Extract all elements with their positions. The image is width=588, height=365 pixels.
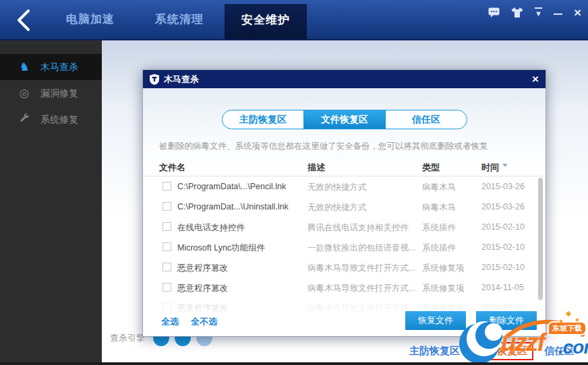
- cell-type: 系统插件: [422, 242, 456, 254]
- cell-date: 2015-02-10: [481, 242, 525, 252]
- select-none-link[interactable]: 全不选: [191, 316, 217, 328]
- column-description: 描述: [307, 162, 325, 174]
- cell-description: 腾讯在线电话支持相关控件: [307, 222, 409, 234]
- minimize-icon[interactable]: [554, 13, 562, 15]
- window-close-icon[interactable]: ×: [574, 6, 581, 19]
- cell-filename: C:\ProgramData\...\Pencil.lnk: [177, 182, 286, 191]
- caption-main-defense: 主防恢复区: [409, 345, 460, 358]
- column-filename: 文件名: [159, 162, 185, 174]
- dialog-footer: 全选 全不选 恢复文件 删除文件: [143, 308, 546, 336]
- column-time-sort[interactable]: 时间: [481, 162, 508, 174]
- cell-filename: C:\ProgramDat...\Uninstall.lnk: [177, 202, 289, 211]
- cell-filename: 恶意程序篡改: [177, 283, 228, 294]
- table-header: 文件名 描述 类型 时间: [143, 158, 546, 176]
- cell-filename: Microsoft Lync功能组件: [177, 242, 265, 254]
- cell-description: 无效的快捷方式: [307, 182, 367, 193]
- caption-trust-zone: 信任区: [544, 345, 575, 358]
- restore-files-button[interactable]: 恢复文件: [405, 311, 466, 330]
- window-controls: ▼ ×: [488, 0, 581, 24]
- recovery-tab-group: 主防恢复区 文件恢复区 信任区: [222, 110, 467, 129]
- sidebar-item-label: 漏洞修复: [40, 88, 78, 100]
- row-checkbox[interactable]: [163, 242, 171, 251]
- cell-date: 2014-11-05: [481, 283, 524, 292]
- table-row[interactable]: C:\ProgramDat...\Uninstall.lnk 无效的快捷方式 病…: [143, 197, 546, 217]
- menu-triangle: ▼: [535, 10, 542, 17]
- row-checkbox[interactable]: [163, 202, 171, 211]
- delete-files-button[interactable]: 删除文件: [476, 311, 537, 330]
- caption-annotation: 主防恢复区 文件恢复区 信任区: [409, 342, 575, 360]
- selection-links: 全选 全不选: [161, 316, 217, 328]
- scan-engine-label: 查杀引擎: [110, 332, 145, 344]
- back-icon[interactable]: [15, 9, 32, 32]
- tab-trust-zone[interactable]: 信任区: [385, 110, 467, 129]
- sidebar: ♞ 木马查杀 ◎ 漏洞修复 系统修复: [0, 40, 102, 362]
- row-checkbox[interactable]: [163, 263, 171, 271]
- tab-security-maintenance[interactable]: 安全维护: [225, 4, 307, 39]
- dialog-title: 木马查杀: [164, 73, 199, 86]
- cell-description: 病毒木马导致文件打开方式...: [307, 263, 415, 274]
- row-checkbox[interactable]: [163, 222, 171, 231]
- cell-date: 2015-03-26: [481, 182, 525, 191]
- cell-type: 系统插件: [422, 222, 456, 234]
- caption-file-recovery-highlighted: 文件恢复区: [471, 342, 533, 360]
- table-row[interactable]: 恶意程序篡改 病毒木马导致文件打开方式... 系统修复项 2015-02-10: [143, 257, 546, 277]
- dialog-header: 木马查杀 ×: [143, 70, 546, 88]
- knight-icon: ♞: [18, 60, 31, 74]
- sidebar-item-trojan-scan[interactable]: ♞ 木马查杀: [0, 54, 102, 80]
- tab-system-cleanup[interactable]: 系统清理: [148, 0, 210, 39]
- select-all-link[interactable]: 全选: [161, 316, 179, 328]
- window-bottom-border: [0, 362, 588, 365]
- table-row[interactable]: 恶意程序篡改 病毒木马导致文件打开方式... 系统修复项 2014-11-05: [143, 277, 546, 298]
- skin-theme-icon[interactable]: [511, 7, 523, 18]
- table-scrollbar[interactable]: [538, 178, 543, 300]
- recovery-table: C:\ProgramData\...\Pencil.lnk 无效的快捷方式 病毒…: [143, 176, 546, 318]
- feedback-icon[interactable]: [488, 7, 500, 18]
- dialog-body: 主防恢复区 文件恢复区 信任区 被删除的病毒文件、系统项等信息都在这里做了安全备…: [143, 88, 546, 336]
- row-checkbox[interactable]: [163, 283, 171, 292]
- sidebar-item-system-repair[interactable]: 系统修复: [0, 106, 102, 133]
- shield-icon: [150, 74, 159, 85]
- recovery-description: 被删除的病毒文件、系统项等信息都在这里做了安全备份，您可以将其彻底删除或者恢复: [159, 141, 488, 152]
- main-menu-icon[interactable]: ▼: [535, 7, 542, 17]
- tab-main-defense-recovery[interactable]: 主防恢复区: [223, 110, 303, 129]
- tab-file-recovery[interactable]: 文件恢复区: [303, 110, 385, 129]
- sidebar-item-label: 系统修复: [40, 114, 78, 126]
- cell-description: 无效的快捷方式: [307, 202, 367, 213]
- table-row[interactable]: Microsoft Lync功能组件 一款微软推出的包括语音视... 系统插件 …: [143, 237, 546, 257]
- trojan-scan-dialog: 木马查杀 × 主防恢复区 文件恢复区 信任区 被删除的病毒文件、系统项等信息都在…: [142, 69, 546, 337]
- cell-type: 系统修复项: [422, 263, 465, 274]
- cell-type: 系统修复项: [422, 283, 465, 294]
- wrench-icon: [18, 112, 31, 127]
- sort-desc-icon: [502, 164, 508, 170]
- cell-type: 病毒木马: [422, 202, 456, 213]
- target-icon: ◎: [18, 86, 31, 100]
- cell-filename: 在线电话支持控件: [177, 222, 245, 234]
- cell-type: 病毒木马: [422, 182, 456, 193]
- app-window: 电脑加速 系统清理 安全维护 ▼ × ♞ 木马查杀 ◎: [0, 0, 588, 365]
- cell-date: 2015-02-10: [481, 263, 525, 272]
- table-row[interactable]: C:\ProgramData\...\Pencil.lnk 无效的快捷方式 病毒…: [143, 176, 546, 197]
- sidebar-item-vulnerability-fix[interactable]: ◎ 漏洞修复: [0, 80, 102, 106]
- cell-description: 病毒木马导致文件打开方式...: [307, 283, 415, 294]
- sidebar-item-label: 木马查杀: [40, 61, 78, 73]
- row-checkbox[interactable]: [163, 182, 171, 191]
- tab-pc-speedup[interactable]: 电脑加速: [59, 0, 121, 39]
- table-row[interactable]: 在线电话支持控件 腾讯在线电话支持相关控件 系统插件 2015-02-10: [143, 217, 546, 237]
- top-navigation-bar: 电脑加速 系统清理 安全维护 ▼ ×: [0, 0, 588, 40]
- cell-description: 一款微软推出的包括语音视...: [307, 242, 415, 254]
- menu-bar: [535, 7, 542, 9]
- cell-date: 2015-02-10: [481, 222, 525, 232]
- cell-date: 2015-03-26: [481, 202, 525, 211]
- dialog-close-icon[interactable]: ×: [532, 73, 539, 85]
- column-type: 类型: [422, 162, 440, 174]
- cell-filename: 恶意程序篡改: [177, 263, 228, 274]
